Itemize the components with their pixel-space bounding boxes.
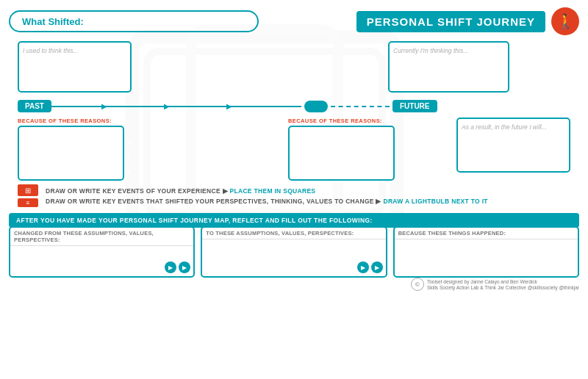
top-left-label: I used to think this... [19, 45, 82, 57]
page-title: PERSONAL SHIFT JOURNEY [356, 11, 545, 32]
bottom-bar: AFTER YOU HAVE MADE YOUR PERSONAL SHIFT … [9, 213, 579, 228]
past-label: PAST [18, 100, 51, 112]
title-area: PERSONAL SHIFT JOURNEY 🚶 [356, 7, 579, 35]
list-icon: ≡ [18, 198, 38, 207]
instruction-line2: DRAW OR WRITE KEY EVENTS THAT SHIFTED YO… [46, 198, 488, 205]
bottom-box-1-label: CHANGED FROM THESE ASSUMPTIONS, VALUES, … [10, 228, 193, 246]
play-btn-1[interactable]: ▶ [165, 261, 176, 273]
page: What Shifted: PERSONAL SHIFT JOURNEY 🚶 I… [0, 0, 588, 379]
top-right-label: Currently I'm thinking this... [390, 45, 472, 57]
instruction-line1: DRAW OR WRITE KEY EVENTS OF YOUR EXPERIE… [46, 187, 488, 195]
footer-text1: Toolset designed by Jaime Calayo and Ben… [427, 279, 579, 284]
bottom-box-3[interactable]: BECAUSE THESE THINGS HAPPENED: [393, 226, 579, 278]
bottom-box-1[interactable]: CHANGED FROM THESE ASSUMPTIONS, VALUES, … [9, 226, 195, 278]
bottom-box-2-label: TO THESE ASSUMPTIONS, VALUES, PERSPECTIV… [202, 228, 385, 239]
play-btn-2[interactable]: ▶ [357, 261, 369, 273]
bottom-box-2[interactable]: TO THESE ASSUMPTIONS, VALUES, PERSPECTIV… [201, 226, 387, 278]
because-right-box[interactable] [288, 126, 395, 181]
what-shifted-label: What Shifted: [22, 16, 84, 27]
top-left-box[interactable]: I used to think this... [18, 41, 132, 93]
because-left-box[interactable] [18, 126, 124, 181]
footer: © Toolset designed by Jaime Calayo and B… [411, 278, 579, 291]
future-label: FUTURE [392, 100, 437, 112]
walker-icon: 🚶 [551, 7, 579, 35]
network-icon: ⊞ [18, 184, 38, 196]
what-shifted-box[interactable]: What Shifted: [9, 10, 259, 32]
footer-text2: Skills Society Action Lab & Think Jar Co… [427, 285, 579, 290]
top-right-box[interactable]: Currently I'm thinking this... [388, 41, 509, 93]
cc-icon: © [411, 278, 424, 291]
because-left-label: BECAUSE OF THESE REASONS: [18, 118, 124, 124]
bottom-box-3-label: BECAUSE THESE THINGS HAPPENED: [395, 228, 578, 239]
play-btn-2b[interactable]: ▶ [371, 261, 383, 273]
because-right-label: BECAUSE OF THESE REASONS: [288, 118, 395, 124]
future-box-label: As a result, in the future I will... [458, 121, 551, 133]
play-btn-1b[interactable]: ▶ [179, 261, 190, 273]
future-box[interactable]: As a result, in the future I will... [456, 118, 570, 173]
